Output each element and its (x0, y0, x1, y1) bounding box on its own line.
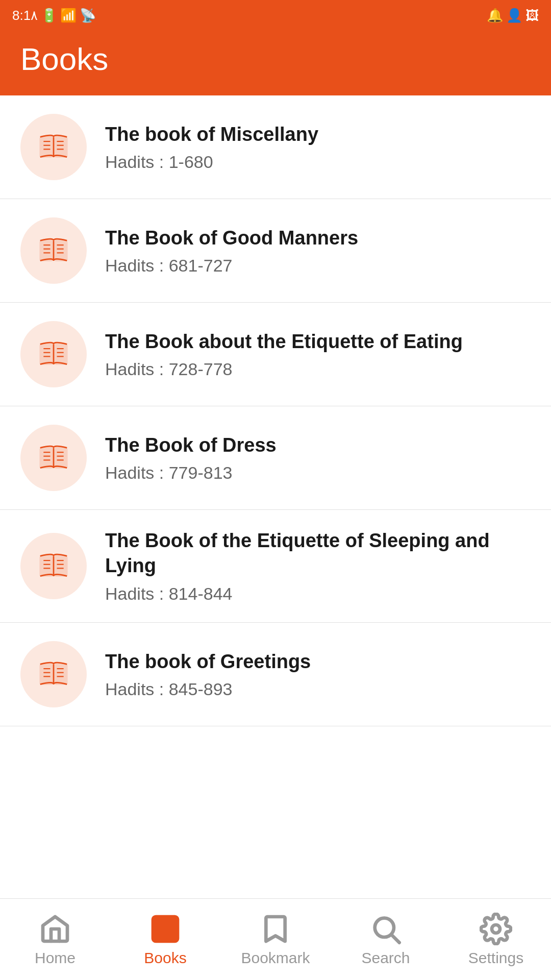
status-left: 8:1۸ 🔋 📶 📡 (12, 8, 96, 23)
book-title: The Book about the Etiquette of Eating (105, 329, 531, 354)
bottom-nav: Home Books Bookmark Search Settings (0, 898, 551, 980)
book-item[interactable]: The book of MiscellanyHadits : 1-680 (0, 95, 551, 199)
svg-rect-54 (153, 917, 178, 941)
signal-icon: 📶 (60, 8, 77, 23)
settings-icon (480, 913, 512, 945)
svg-rect-9 (40, 240, 53, 260)
book-icon-wrapper (20, 533, 87, 599)
book-item[interactable]: The Book of Good MannersHadits : 681-727 (0, 199, 551, 303)
book-hadits: Hadits : 728-778 (105, 359, 531, 379)
book-open-icon (36, 336, 71, 372)
book-hadits: Hadits : 681-727 (105, 256, 531, 276)
book-title: The Book of Good Manners (105, 226, 531, 251)
battery-icon: 🔋 (41, 8, 57, 23)
book-hadits: Hadits : 814-844 (105, 584, 531, 604)
nav-item-settings[interactable]: Settings (441, 913, 551, 967)
svg-rect-19 (55, 344, 67, 364)
page-title: Books (20, 41, 531, 77)
book-open-icon (36, 233, 71, 268)
book-title: The book of Miscellany (105, 122, 531, 147)
book-icon-wrapper (20, 217, 87, 284)
book-hadits: Hadits : 845-893 (105, 679, 531, 699)
book-open-icon (36, 129, 71, 165)
nav-label-settings: Settings (468, 949, 523, 967)
book-open-icon (36, 548, 71, 584)
book-list: The book of MiscellanyHadits : 1-680 The… (0, 95, 551, 898)
account-icon: 👤 (506, 8, 522, 23)
svg-rect-28 (55, 448, 67, 468)
image-icon: 🖼 (525, 8, 539, 23)
svg-point-59 (492, 925, 500, 933)
svg-rect-18 (40, 344, 53, 364)
book-open-icon (36, 440, 71, 476)
nav-item-books[interactable]: Books (110, 913, 220, 967)
svg-rect-45 (40, 664, 53, 684)
book-item[interactable]: The book of GreetingsHadits : 845-893 (0, 623, 551, 726)
book-info: The Book of DressHadits : 779-813 (105, 433, 531, 483)
books-icon (149, 913, 182, 945)
book-info: The Book of the Etiquette of Sleeping an… (105, 528, 531, 604)
home-icon (39, 913, 71, 945)
book-title: The Book of the Etiquette of Sleeping an… (105, 528, 531, 579)
bookmark-icon (259, 913, 292, 945)
book-icon-wrapper (20, 114, 87, 180)
search-icon (369, 913, 402, 945)
status-right: 🔔 👤 🖼 (487, 8, 539, 23)
svg-rect-1 (55, 137, 67, 157)
svg-rect-46 (55, 664, 67, 684)
svg-rect-27 (40, 448, 53, 468)
svg-rect-36 (40, 556, 53, 576)
book-icon-wrapper (20, 425, 87, 491)
svg-rect-0 (40, 137, 53, 157)
nav-item-home[interactable]: Home (0, 913, 110, 967)
book-title: The Book of Dress (105, 433, 531, 458)
book-item[interactable]: The Book of the Etiquette of Sleeping an… (0, 510, 551, 623)
book-hadits: Hadits : 1-680 (105, 152, 531, 172)
nav-item-search[interactable]: Search (331, 913, 441, 967)
nav-label-search: Search (361, 949, 410, 967)
nav-item-bookmark[interactable]: Bookmark (220, 913, 331, 967)
book-icon-wrapper (20, 321, 87, 387)
book-open-icon (36, 656, 71, 692)
nav-label-home: Home (35, 949, 76, 967)
svg-rect-37 (55, 556, 67, 576)
book-item[interactable]: The Book of DressHadits : 779-813 (0, 406, 551, 510)
header: Books (0, 31, 551, 95)
book-info: The book of GreetingsHadits : 845-893 (105, 649, 531, 699)
book-title: The book of Greetings (105, 649, 531, 674)
book-hadits: Hadits : 779-813 (105, 463, 531, 483)
book-info: The Book about the Etiquette of EatingHa… (105, 329, 531, 379)
status-bar: 8:1۸ 🔋 📶 📡 🔔 👤 🖼 (0, 0, 551, 31)
nav-label-books: Books (144, 949, 186, 967)
nav-label-bookmark: Bookmark (241, 949, 310, 967)
book-icon-wrapper (20, 641, 87, 707)
wifi-icon: 📡 (80, 8, 96, 23)
book-info: The Book of Good MannersHadits : 681-727 (105, 226, 531, 276)
status-time: 8:1۸ (12, 8, 38, 23)
notification-icon: 🔔 (487, 8, 503, 23)
svg-rect-10 (55, 240, 67, 260)
svg-line-58 (392, 935, 399, 943)
book-info: The book of MiscellanyHadits : 1-680 (105, 122, 531, 172)
book-item[interactable]: The Book about the Etiquette of EatingHa… (0, 303, 551, 406)
